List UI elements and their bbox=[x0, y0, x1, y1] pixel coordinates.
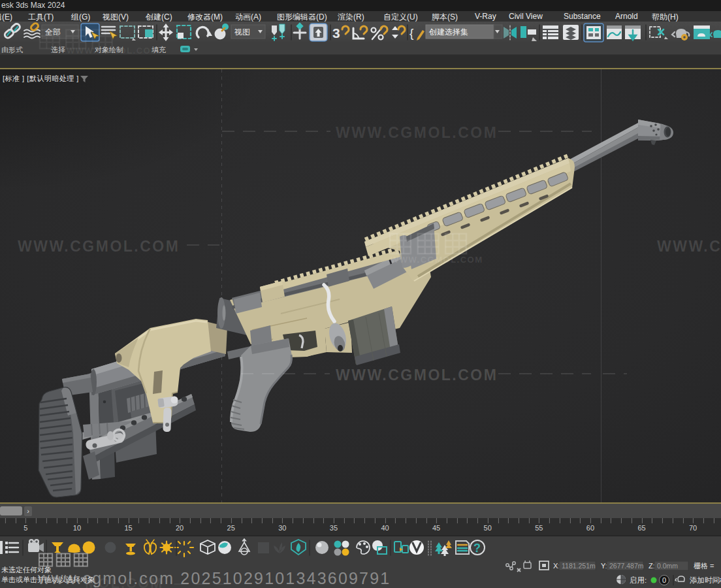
svg-text:?: ? bbox=[473, 542, 481, 555]
svg-text:添加时间标: 添加时间标 bbox=[690, 576, 721, 584]
svg-text:1181.251m: 1181.251m bbox=[562, 562, 596, 570]
svg-text:2677.487m: 2677.487m bbox=[609, 562, 644, 570]
svg-text:创建选择集: 创建选择集 bbox=[428, 27, 468, 37]
svg-text:栅格 =: 栅格 = bbox=[694, 562, 714, 570]
svg-text:视图: 视图 bbox=[234, 27, 250, 37]
svg-text:Z:: Z: bbox=[649, 562, 655, 570]
svg-text:3: 3 bbox=[332, 25, 340, 41]
svg-text:{: { bbox=[409, 26, 414, 40]
svg-text:0: 0 bbox=[662, 576, 666, 584]
svg-text:Y:: Y: bbox=[601, 562, 607, 570]
svg-text:启用:: 启用: bbox=[630, 576, 647, 584]
svg-text:0.0mm: 0.0mm bbox=[657, 562, 678, 570]
